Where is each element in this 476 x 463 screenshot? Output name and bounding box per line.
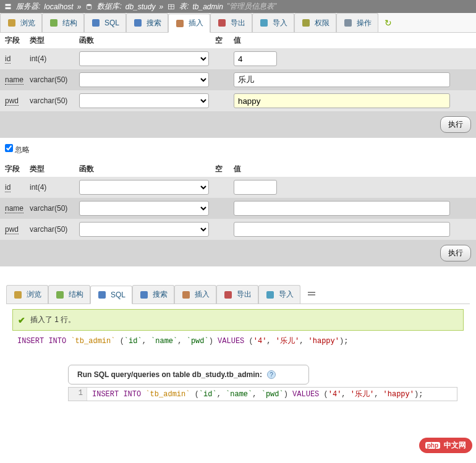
tab-icon <box>181 290 191 300</box>
tab-操作[interactable]: 操作 <box>336 13 378 32</box>
tab-label: 浏览 <box>27 289 41 300</box>
ignore-row: 忽略 <box>0 138 476 161</box>
hdr-func: 函数 <box>79 35 215 46</box>
svg-rect-21 <box>266 291 274 299</box>
svg-rect-18 <box>140 291 148 299</box>
lower-section: 浏览结构SQL搜索插入导出导入 ✔ 插入了 1 行。 INSERT INTO `… <box>0 285 476 401</box>
table-link[interactable]: tb_admin <box>192 2 223 11</box>
ignore-checkbox[interactable] <box>5 144 13 152</box>
more-tab[interactable] <box>300 285 323 304</box>
db-link[interactable]: db_study <box>125 2 156 11</box>
function-select[interactable] <box>79 222 209 237</box>
execute-button-2[interactable]: 执行 <box>440 245 471 261</box>
function-select[interactable] <box>79 51 209 66</box>
execute-button-1[interactable]: 执行 <box>440 116 471 133</box>
tab-导出[interactable]: 导出 <box>216 285 258 304</box>
tab-icon <box>91 18 101 28</box>
hdr-type: 类型 <box>30 35 79 46</box>
svg-rect-23 <box>308 294 315 295</box>
value-input-pwd[interactable] <box>234 93 450 108</box>
tab-label: SQL <box>104 19 119 27</box>
tab-icon <box>175 19 185 28</box>
svg-rect-16 <box>56 291 64 299</box>
svg-rect-19 <box>182 291 190 299</box>
value-input-name[interactable] <box>234 201 450 216</box>
tab-icon <box>217 18 227 28</box>
function-select[interactable] <box>79 201 209 216</box>
tab-label: 搜索 <box>147 18 161 28</box>
field-row-id: idint(4) <box>0 48 476 69</box>
field-type: varchar(50) <box>30 204 79 213</box>
field-type: varchar(50) <box>30 75 79 84</box>
tab-SQL[interactable]: SQL <box>90 286 132 304</box>
value-input-id[interactable] <box>234 180 277 195</box>
help-icon[interactable]: ? <box>267 370 276 379</box>
field-type: varchar(50) <box>30 96 79 105</box>
svg-rect-11 <box>218 19 226 27</box>
value-input-name[interactable] <box>234 72 450 87</box>
exec-row-2: 执行 <box>0 240 476 266</box>
tab-结构[interactable]: 结构 <box>42 13 84 32</box>
sql-echo: INSERT INTO `tb_admin` (`id`, `name`, `p… <box>17 336 459 346</box>
tab-浏览[interactable]: 浏览 <box>0 13 42 32</box>
more-icon <box>307 289 317 299</box>
refresh-tab[interactable]: ↻ <box>378 13 398 32</box>
server-label: 服务器: <box>16 1 40 12</box>
sql-editor[interactable]: 1 INSERT INTO `tb_admin` (`id`, `name`, … <box>68 387 457 401</box>
tab-label: 操作 <box>357 18 372 28</box>
function-select[interactable] <box>79 72 209 87</box>
hdr-value: 值 <box>234 35 471 46</box>
svg-rect-9 <box>134 19 142 27</box>
tab-label: 结构 <box>62 18 77 28</box>
hdr-field: 字段 <box>5 35 30 46</box>
value-input-id[interactable] <box>234 51 277 66</box>
svg-rect-1 <box>6 7 11 9</box>
function-select[interactable] <box>79 180 209 195</box>
tab-label: 插入 <box>189 18 203 28</box>
lower-tabs: 浏览结构SQL搜索插入导出导入 <box>6 285 470 304</box>
svg-point-2 <box>87 4 92 6</box>
tab-label: 插入 <box>195 289 210 300</box>
value-input-pwd[interactable] <box>234 222 450 237</box>
tab-搜索[interactable]: 搜索 <box>132 285 174 304</box>
breadcrumb: 服务器: localhost » 数据库: db_study » 表: tb_a… <box>0 0 476 13</box>
column-headers-2: 字段 类型 函数 空 值 <box>0 161 476 177</box>
server-link[interactable]: localhost <box>44 2 73 11</box>
field-row-pwd: pwdvarchar(50) <box>0 219 476 240</box>
tab-icon <box>301 18 311 28</box>
server-icon <box>4 3 12 11</box>
insert-form-2: 字段 类型 函数 空 值 idint(4)namevarchar(50)pwdv… <box>0 161 476 266</box>
field-name: pwd <box>5 225 19 234</box>
tab-结构[interactable]: 结构 <box>48 285 90 304</box>
tab-label: SQL <box>111 291 125 299</box>
ignore-label[interactable]: 忽略 <box>15 145 30 154</box>
tab-label: 结构 <box>69 289 83 300</box>
field-row-pwd: pwdvarchar(50) <box>0 90 476 111</box>
tab-icon <box>343 18 353 28</box>
sql-box-text: Run SQL query/queries on table db_study.… <box>77 370 262 379</box>
tab-插入[interactable]: 插入 <box>168 14 210 33</box>
tab-插入[interactable]: 插入 <box>174 285 216 304</box>
insert-form-1: 字段 类型 函数 空 值 idint(4)namevarchar(50)pwdv… <box>0 33 476 138</box>
svg-rect-22 <box>308 292 315 293</box>
tab-icon <box>49 18 59 28</box>
success-text: 插入了 1 行。 <box>30 315 75 325</box>
tab-icon <box>265 290 275 300</box>
svg-rect-17 <box>98 291 106 299</box>
svg-rect-10 <box>176 20 184 27</box>
tab-icon <box>13 290 23 300</box>
tab-导出[interactable]: 导出 <box>210 13 252 32</box>
field-name: pwd <box>5 96 19 106</box>
tab-权限[interactable]: 权限 <box>294 13 336 32</box>
tab-导入[interactable]: 导入 <box>252 13 294 32</box>
check-icon: ✔ <box>18 315 25 325</box>
svg-rect-15 <box>14 291 22 299</box>
tab-导入[interactable]: 导入 <box>258 285 300 304</box>
svg-rect-13 <box>302 19 310 27</box>
field-name: id <box>5 183 11 192</box>
tab-SQL[interactable]: SQL <box>84 13 126 32</box>
tab-搜索[interactable]: 搜索 <box>126 13 168 32</box>
tab-浏览[interactable]: 浏览 <box>6 285 48 304</box>
editor-code[interactable]: INSERT INTO `tb_admin` (`id`, `name`, `p… <box>87 388 428 401</box>
function-select[interactable] <box>79 93 209 108</box>
